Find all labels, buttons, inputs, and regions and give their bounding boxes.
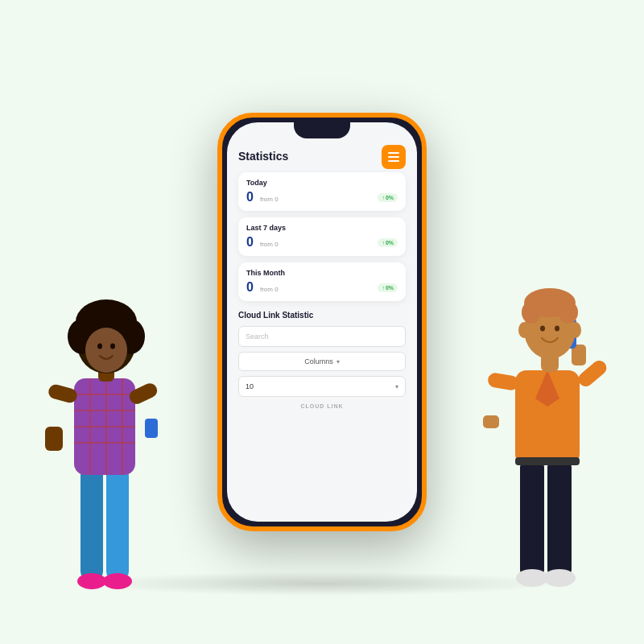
stat-card-today: Today 0 from 0 0% <box>238 172 406 211</box>
svg-rect-0 <box>80 467 103 580</box>
svg-rect-14 <box>45 427 63 451</box>
menu-bar-2 <box>388 156 399 158</box>
stat-card-7days: Last 7 days 0 from 0 0% <box>238 217 406 256</box>
stat-card-month-row: 0 from 0 0% <box>246 280 398 295</box>
search-input[interactable]: Search <box>238 326 406 347</box>
person-right <box>475 225 620 596</box>
menu-bar-3 <box>388 160 399 162</box>
svg-point-40 <box>559 301 578 324</box>
phone-screen-area: Statistics Today 0 from 0 0% <box>227 122 417 522</box>
svg-rect-35 <box>483 415 499 428</box>
svg-point-41 <box>540 326 545 332</box>
svg-point-3 <box>103 573 132 589</box>
stat-card-month: This Month 0 from 0 0% <box>238 262 406 301</box>
svg-rect-24 <box>520 459 544 578</box>
statistics-heading: Statistics <box>238 150 406 163</box>
svg-point-23 <box>110 344 115 349</box>
svg-point-21 <box>85 328 127 373</box>
svg-point-2 <box>77 573 106 589</box>
svg-point-43 <box>518 322 530 338</box>
menu-bar-1 <box>388 152 399 154</box>
stat-card-7days-row: 0 from 0 0% <box>246 235 398 250</box>
svg-point-27 <box>543 569 576 587</box>
svg-point-22 <box>97 344 102 349</box>
stat-today-from: from 0 <box>260 196 279 203</box>
stat-card-today-row: 0 from 0 0% <box>246 190 398 204</box>
svg-point-44 <box>570 322 581 338</box>
columns-button[interactable]: Columns ▾ <box>238 352 406 371</box>
stat-month-badge: 0% <box>378 283 398 292</box>
stat-card-today-title: Today <box>246 179 398 187</box>
stat-7days-badge: 0% <box>378 238 398 247</box>
stat-month-value: 0 <box>246 280 254 295</box>
svg-point-39 <box>522 301 541 324</box>
svg-rect-31 <box>487 372 520 391</box>
cloud-link-section: Cloud Link Statistic Search Columns ▾ 10… <box>238 311 406 409</box>
chevron-down-icon: ▾ <box>336 358 340 365</box>
phone-container: Statistics Today 0 from 0 0% <box>217 113 427 531</box>
stat-card-7days-title: Last 7 days <box>246 224 398 232</box>
menu-button[interactable] <box>382 145 406 169</box>
search-placeholder: Search <box>246 332 269 341</box>
svg-rect-1 <box>106 467 129 580</box>
stat-card-month-title: This Month <box>246 269 398 277</box>
svg-rect-25 <box>547 459 572 578</box>
svg-point-42 <box>555 326 559 332</box>
svg-rect-12 <box>47 383 78 405</box>
select-chevron-icon: ▾ <box>395 383 398 390</box>
stat-month-from: from 0 <box>260 286 279 293</box>
stat-7days-from: from 0 <box>260 241 279 248</box>
phone-screen-content: Statistics Today 0 from 0 0% <box>227 122 417 522</box>
phone-outer: Statistics Today 0 from 0 0% <box>217 113 427 531</box>
svg-rect-15 <box>145 419 158 438</box>
cloud-link-table-label: CLOUD LINK <box>238 403 406 409</box>
scene: Statistics Today 0 from 0 0% <box>0 0 644 644</box>
phone-notch <box>294 122 350 138</box>
person-left <box>32 242 177 596</box>
svg-rect-30 <box>515 457 580 465</box>
stat-today-badge: 0% <box>378 193 398 202</box>
select-row[interactable]: 10 ▾ <box>238 376 406 397</box>
stat-today-value: 0 <box>246 190 254 204</box>
columns-label: Columns <box>304 357 333 365</box>
select-value: 10 <box>246 382 254 390</box>
cloud-link-heading: Cloud Link Statistic <box>238 311 406 320</box>
stat-7days-value: 0 <box>246 235 254 250</box>
